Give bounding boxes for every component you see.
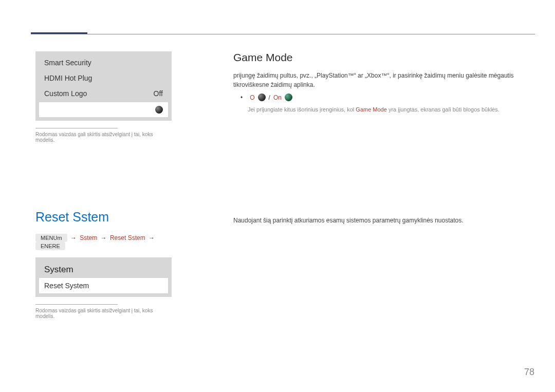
radio-icon [258,94,266,101]
reset-section: Reset Sstem MENUm → Sstem → Reset Sstem … [35,210,172,319]
reset-body-wrap: Naudojant šią parinktį atkuriamos esamų … [233,216,534,225]
breadcrumb: MENUm → Sstem → Reset Sstem → ENERE [35,234,172,250]
breadcrumb-step: Sstem [80,234,97,241]
game-mode-body: prijungę žaidimų pultus, pvz., „PlayStat… [233,71,534,89]
radio-icon [285,94,292,101]
menu-item-value: Off [154,89,163,98]
game-mode-note: Jei prijungiate kitus išorinius įrengini… [248,105,534,114]
note-post: yra įjungtas, ekranas gali būti blogos b… [387,106,499,113]
option-row: O / On [240,94,534,101]
menu-item-label: Smart Security [44,59,91,67]
select-indicator-icon [155,106,163,114]
menu-item-label: Reset System [44,282,89,290]
menu-block-2: System Reset System [35,257,172,297]
menu-item-custom-logo[interactable]: Custom Logo Off [39,86,168,101]
arrow-icon: → [101,234,107,241]
option-slash: / [269,94,270,101]
menu-item-hdmi-hot-plug[interactable]: HDMI Hot Plug [39,70,168,86]
left-column: Smart Security HDMI Hot Plug Custom Logo… [35,51,172,319]
breadcrumb-enter: ENERE [35,242,65,250]
right-column: Game Mode prijungę žaidimų pultus, pvz.,… [233,51,534,114]
arrow-icon: → [70,234,77,241]
menu-item-reset-system[interactable]: Reset System [39,278,168,293]
footnote-text: Rodomas vaizdas gali skirtis atsižvelgia… [35,132,172,143]
reset-body: Naudojant šią parinktį atkuriamos esamų … [233,216,534,225]
game-mode-heading: Game Mode [233,51,534,64]
menu-highlight-row[interactable] [39,102,168,117]
breadcrumb-step: Reset Sstem [110,234,145,241]
arrow-icon: → [149,234,155,241]
menu-item-label: Custom Logo [44,89,87,98]
reset-heading: Reset Sstem [35,210,172,225]
footnote-rule [35,128,118,128]
header-rule [31,34,535,34]
menu-item-label: HDMI Hot Plug [44,74,92,82]
footnote-text: Rodomas vaizdas gali skirtis atsižvelgia… [35,308,172,319]
menu-title: System [39,261,168,278]
menu-item-smart-security[interactable]: Smart Security [39,55,168,70]
note-red: Game Mode [356,106,387,113]
footnote-rule [35,304,118,305]
menu-block-1: Smart Security HDMI Hot Plug Custom Logo… [35,51,172,121]
note-pre: Jei prijungiate kitus išorinius įrengini… [248,106,356,113]
option-off-label: O [250,94,254,101]
breadcrumb-menu: MENUm [35,234,67,242]
option-on-label: On [273,94,282,101]
page-number: 78 [524,367,534,378]
